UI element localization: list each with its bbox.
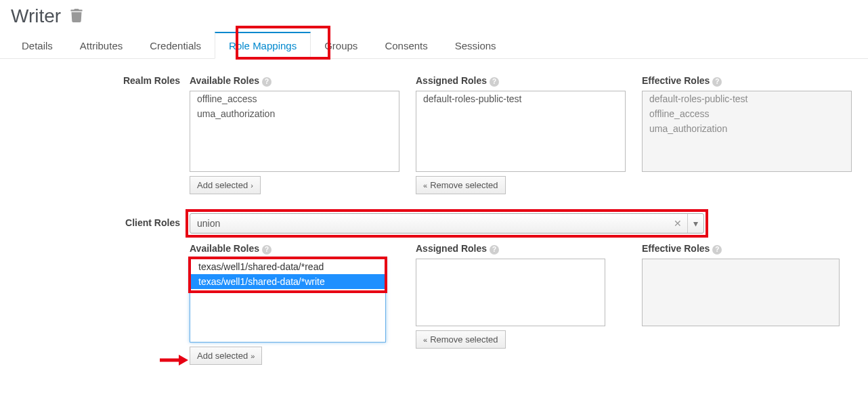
tab-details[interactable]: Details	[8, 32, 66, 59]
realm-roles-label: Realm Roles	[12, 75, 190, 86]
tab-consents[interactable]: Consents	[371, 32, 441, 59]
arrow-icon	[158, 353, 190, 370]
help-icon[interactable]: ?	[262, 245, 272, 255]
client-available-roles-header: Available Roles?	[190, 243, 386, 255]
tab-sessions[interactable]: Sessions	[441, 32, 510, 59]
add-selected-button[interactable]: Add selected›	[190, 176, 261, 194]
list-item[interactable]: offline_access	[190, 91, 399, 106]
tab-role-mappings[interactable]: Role Mappings	[215, 32, 311, 59]
client-select[interactable]: union ✕ ▾	[190, 213, 704, 234]
client-available-listbox[interactable]: texas/well1/shared-data/*read texas/well…	[190, 259, 386, 343]
help-icon[interactable]: ?	[490, 245, 499, 255]
help-icon[interactable]: ?	[262, 77, 272, 87]
chevron-left-icon: «	[423, 336, 427, 344]
list-item: default-roles-public-test	[643, 91, 851, 106]
trash-icon[interactable]	[70, 9, 83, 24]
close-icon[interactable]: ✕	[668, 214, 687, 233]
chevron-down-icon[interactable]: ▾	[687, 214, 703, 233]
client-assigned-listbox[interactable]	[416, 259, 605, 326]
client-roles-label: Client Roles	[12, 213, 190, 228]
realm-effective-listbox: default-roles-public-test offline_access…	[642, 91, 852, 172]
client-effective-listbox	[642, 259, 840, 326]
remove-selected-button[interactable]: «Remove selected	[416, 176, 506, 194]
available-roles-header: Available Roles?	[190, 75, 399, 87]
list-item[interactable]: uma_authorization	[190, 106, 399, 121]
client-assigned-roles-header: Assigned Roles?	[416, 243, 605, 255]
client-effective-roles-header: Effective Roles?	[642, 243, 840, 255]
effective-roles-header: Effective Roles?	[642, 75, 852, 87]
page-title: Writer	[11, 5, 61, 27]
chevron-right-icon: ›	[251, 181, 253, 190]
list-item: uma_authorization	[643, 121, 851, 136]
help-icon[interactable]: ?	[712, 245, 722, 255]
realm-assigned-listbox[interactable]: default-roles-public-test	[416, 91, 626, 172]
client-select-value: union	[190, 214, 668, 233]
chevron-right-icon: »	[251, 352, 255, 360]
realm-available-listbox[interactable]: offline_access uma_authorization	[190, 91, 399, 172]
help-icon[interactable]: ?	[490, 77, 499, 87]
help-icon[interactable]: ?	[712, 77, 722, 87]
tab-attributes[interactable]: Attributes	[66, 32, 136, 59]
tab-groups[interactable]: Groups	[311, 32, 371, 59]
assigned-roles-header: Assigned Roles?	[416, 75, 626, 87]
client-add-selected-button[interactable]: Add selected»	[190, 347, 262, 365]
tab-credentials[interactable]: Credentials	[136, 32, 215, 59]
client-remove-selected-button[interactable]: «Remove selected	[416, 330, 506, 349]
list-item: offline_access	[643, 106, 851, 121]
list-item[interactable]: texas/well1/shared-data/*read	[190, 259, 385, 274]
chevron-left-icon: «	[423, 181, 427, 190]
list-item[interactable]: texas/well1/shared-data/*write	[190, 274, 385, 289]
list-item[interactable]: default-roles-public-test	[416, 91, 625, 106]
tabs: Details Attributes Credentials Role Mapp…	[0, 31, 868, 59]
